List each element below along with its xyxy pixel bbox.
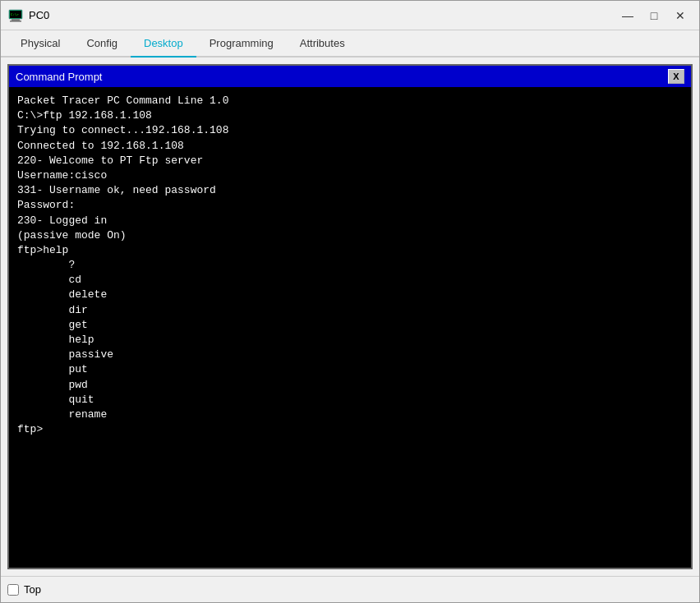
top-checkbox[interactable] xyxy=(7,584,19,596)
window-title: PC0 xyxy=(29,9,615,21)
main-window: C:\> PC0 — □ ✕ Physical Config Desktop P… xyxy=(0,0,700,603)
content-area: Command Prompt X Packet Tracer PC Comman… xyxy=(1,58,699,576)
maximize-button[interactable]: □ xyxy=(642,6,666,25)
cmd-close-button[interactable]: X xyxy=(668,69,684,84)
cmd-title: Command Prompt xyxy=(16,71,102,83)
svg-rect-2 xyxy=(10,21,21,22)
svg-text:C:\>: C:\> xyxy=(11,12,19,16)
app-icon: C:\> xyxy=(7,7,24,24)
bottom-bar: Top xyxy=(1,576,699,602)
top-checkbox-area: Top xyxy=(7,583,41,596)
cmd-title-bar: Command Prompt X xyxy=(9,66,691,87)
window-controls: — □ ✕ xyxy=(615,6,693,25)
cmd-output[interactable]: Packet Tracer PC Command Line 1.0 C:\>ft… xyxy=(9,87,691,568)
title-bar: C:\> PC0 — □ ✕ xyxy=(1,1,699,30)
tab-bar: Physical Config Desktop Programming Attr… xyxy=(1,30,699,58)
tab-programming[interactable]: Programming xyxy=(196,30,287,58)
top-label: Top xyxy=(24,583,41,596)
tab-attributes[interactable]: Attributes xyxy=(287,30,358,58)
minimize-button[interactable]: — xyxy=(615,6,640,25)
tab-desktop[interactable]: Desktop xyxy=(131,30,196,58)
tab-config[interactable]: Config xyxy=(73,30,131,58)
command-prompt-window: Command Prompt X Packet Tracer PC Comman… xyxy=(7,64,693,569)
tab-physical[interactable]: Physical xyxy=(7,30,73,58)
svg-rect-1 xyxy=(12,19,20,21)
close-button[interactable]: ✕ xyxy=(668,6,693,25)
